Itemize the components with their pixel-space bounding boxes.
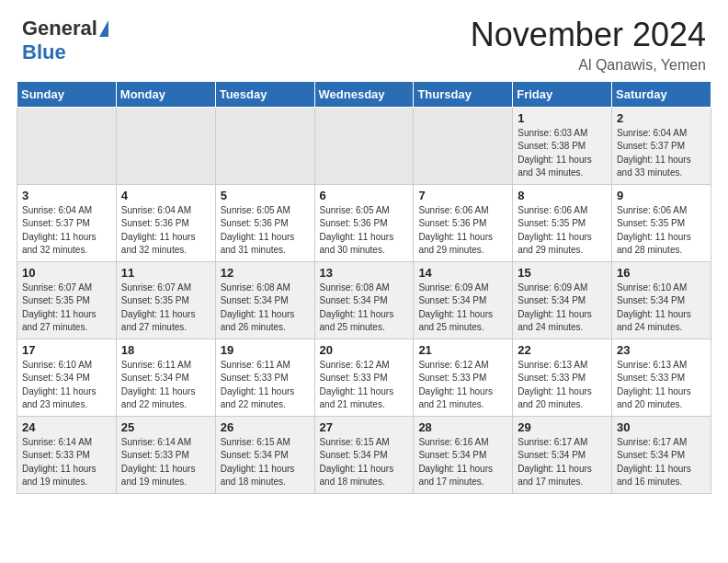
day-number: 13 <box>320 266 409 280</box>
day-info: Sunrise: 6:09 AM Sunset: 5:34 PM Dayligh… <box>518 282 607 335</box>
day-info: Sunrise: 6:16 AM Sunset: 5:34 PM Dayligh… <box>418 436 507 489</box>
day-number: 1 <box>518 111 607 125</box>
calendar-cell: 1Sunrise: 6:03 AM Sunset: 5:38 PM Daylig… <box>513 107 612 184</box>
day-number: 27 <box>320 420 409 434</box>
title-block: November 2024 Al Qanawis, Yemen <box>471 17 706 74</box>
day-number: 5 <box>221 189 310 202</box>
day-number: 18 <box>121 343 210 357</box>
calendar-cell: 14Sunrise: 6:09 AM Sunset: 5:34 PM Dayli… <box>414 261 513 339</box>
day-number: 22 <box>518 343 607 357</box>
day-info: Sunrise: 6:10 AM Sunset: 5:34 PM Dayligh… <box>22 359 111 412</box>
weekday-header: Saturday <box>612 81 711 107</box>
day-number: 10 <box>22 266 111 280</box>
logo-general: General <box>22 17 97 40</box>
calendar-table: SundayMondayTuesdayWednesdayThursdayFrid… <box>17 81 711 494</box>
day-info: Sunrise: 6:12 AM Sunset: 5:33 PM Dayligh… <box>320 359 409 412</box>
day-number: 20 <box>320 343 409 357</box>
day-number: 16 <box>617 266 706 280</box>
day-number: 4 <box>121 189 210 202</box>
day-number: 28 <box>418 420 507 434</box>
calendar-cell: 28Sunrise: 6:16 AM Sunset: 5:34 PM Dayli… <box>414 416 513 493</box>
calendar-cell: 8Sunrise: 6:06 AM Sunset: 5:35 PM Daylig… <box>513 184 612 261</box>
day-info: Sunrise: 6:07 AM Sunset: 5:35 PM Dayligh… <box>22 282 111 335</box>
calendar-cell: 13Sunrise: 6:08 AM Sunset: 5:34 PM Dayli… <box>314 261 414 339</box>
calendar-cell: 11Sunrise: 6:07 AM Sunset: 5:35 PM Dayli… <box>116 261 215 339</box>
calendar-cell: 22Sunrise: 6:13 AM Sunset: 5:33 PM Dayli… <box>513 339 612 416</box>
day-info: Sunrise: 6:08 AM Sunset: 5:34 PM Dayligh… <box>221 282 310 335</box>
weekday-header: Monday <box>116 81 215 107</box>
calendar-cell <box>116 107 215 184</box>
calendar-cell: 24Sunrise: 6:14 AM Sunset: 5:33 PM Dayli… <box>17 416 117 493</box>
calendar-cell: 20Sunrise: 6:12 AM Sunset: 5:33 PM Dayli… <box>314 339 414 416</box>
day-number: 8 <box>518 189 607 202</box>
day-info: Sunrise: 6:04 AM Sunset: 5:37 PM Dayligh… <box>617 127 706 180</box>
day-info: Sunrise: 6:05 AM Sunset: 5:36 PM Dayligh… <box>320 204 409 258</box>
day-info: Sunrise: 6:10 AM Sunset: 5:34 PM Dayligh… <box>617 282 706 335</box>
calendar-cell: 9Sunrise: 6:06 AM Sunset: 5:35 PM Daylig… <box>612 184 711 261</box>
day-number: 26 <box>221 420 310 434</box>
calendar-cell <box>17 107 117 184</box>
day-number: 21 <box>418 343 507 357</box>
calendar-cell <box>314 107 414 184</box>
day-number: 15 <box>518 266 607 280</box>
day-number: 25 <box>121 420 210 434</box>
calendar-cell: 25Sunrise: 6:14 AM Sunset: 5:33 PM Dayli… <box>116 416 215 493</box>
page-header: General Blue November 2024 Al Qanawis, Y… <box>0 0 728 81</box>
day-info: Sunrise: 6:13 AM Sunset: 5:33 PM Dayligh… <box>617 359 706 412</box>
calendar-cell: 17Sunrise: 6:10 AM Sunset: 5:34 PM Dayli… <box>17 339 117 416</box>
month-title: November 2024 <box>471 17 706 53</box>
day-info: Sunrise: 6:14 AM Sunset: 5:33 PM Dayligh… <box>121 436 210 489</box>
weekday-header: Friday <box>513 81 612 107</box>
location: Al Qanawis, Yemen <box>471 57 706 74</box>
day-number: 23 <box>617 343 706 357</box>
calendar-cell: 21Sunrise: 6:12 AM Sunset: 5:33 PM Dayli… <box>414 339 513 416</box>
calendar-cell: 26Sunrise: 6:15 AM Sunset: 5:34 PM Dayli… <box>215 416 314 493</box>
calendar-cell <box>215 107 314 184</box>
day-info: Sunrise: 6:17 AM Sunset: 5:34 PM Dayligh… <box>617 436 706 489</box>
day-number: 30 <box>617 420 706 434</box>
calendar-cell: 7Sunrise: 6:06 AM Sunset: 5:36 PM Daylig… <box>414 184 513 261</box>
calendar-cell: 19Sunrise: 6:11 AM Sunset: 5:33 PM Dayli… <box>215 339 314 416</box>
day-number: 14 <box>418 266 507 280</box>
day-info: Sunrise: 6:06 AM Sunset: 5:35 PM Dayligh… <box>617 204 706 258</box>
logo: General Blue <box>22 17 108 64</box>
day-info: Sunrise: 6:06 AM Sunset: 5:35 PM Dayligh… <box>518 204 607 258</box>
day-info: Sunrise: 6:14 AM Sunset: 5:33 PM Dayligh… <box>22 436 111 489</box>
day-info: Sunrise: 6:09 AM Sunset: 5:34 PM Dayligh… <box>418 282 507 335</box>
day-number: 17 <box>22 343 111 357</box>
day-info: Sunrise: 6:11 AM Sunset: 5:33 PM Dayligh… <box>221 359 310 412</box>
calendar-cell: 10Sunrise: 6:07 AM Sunset: 5:35 PM Dayli… <box>17 261 117 339</box>
day-number: 6 <box>320 189 409 202</box>
weekday-header: Tuesday <box>215 81 314 107</box>
calendar-cell: 27Sunrise: 6:15 AM Sunset: 5:34 PM Dayli… <box>314 416 414 493</box>
day-number: 7 <box>418 189 507 202</box>
calendar-cell: 23Sunrise: 6:13 AM Sunset: 5:33 PM Dayli… <box>612 339 711 416</box>
calendar-cell <box>414 107 513 184</box>
day-info: Sunrise: 6:13 AM Sunset: 5:33 PM Dayligh… <box>518 359 607 412</box>
calendar-cell: 6Sunrise: 6:05 AM Sunset: 5:36 PM Daylig… <box>314 184 414 261</box>
day-number: 3 <box>22 189 111 202</box>
day-info: Sunrise: 6:12 AM Sunset: 5:33 PM Dayligh… <box>418 359 507 412</box>
logo-icon <box>99 20 108 37</box>
day-info: Sunrise: 6:04 AM Sunset: 5:37 PM Dayligh… <box>22 204 111 258</box>
day-number: 11 <box>121 266 210 280</box>
day-number: 2 <box>617 111 706 125</box>
day-info: Sunrise: 6:04 AM Sunset: 5:36 PM Dayligh… <box>121 204 210 258</box>
day-info: Sunrise: 6:08 AM Sunset: 5:34 PM Dayligh… <box>320 282 409 335</box>
day-info: Sunrise: 6:17 AM Sunset: 5:34 PM Dayligh… <box>518 436 607 489</box>
day-info: Sunrise: 6:11 AM Sunset: 5:34 PM Dayligh… <box>121 359 210 412</box>
calendar-cell: 2Sunrise: 6:04 AM Sunset: 5:37 PM Daylig… <box>612 107 711 184</box>
calendar-cell: 16Sunrise: 6:10 AM Sunset: 5:34 PM Dayli… <box>612 261 711 339</box>
day-info: Sunrise: 6:06 AM Sunset: 5:36 PM Dayligh… <box>418 204 507 258</box>
day-info: Sunrise: 6:15 AM Sunset: 5:34 PM Dayligh… <box>320 436 409 489</box>
day-info: Sunrise: 6:03 AM Sunset: 5:38 PM Dayligh… <box>518 127 607 180</box>
day-number: 29 <box>518 420 607 434</box>
calendar-cell: 18Sunrise: 6:11 AM Sunset: 5:34 PM Dayli… <box>116 339 215 416</box>
calendar-cell: 29Sunrise: 6:17 AM Sunset: 5:34 PM Dayli… <box>513 416 612 493</box>
calendar-cell: 15Sunrise: 6:09 AM Sunset: 5:34 PM Dayli… <box>513 261 612 339</box>
weekday-header: Wednesday <box>314 81 414 107</box>
calendar-cell: 4Sunrise: 6:04 AM Sunset: 5:36 PM Daylig… <box>116 184 215 261</box>
weekday-header: Thursday <box>414 81 513 107</box>
day-info: Sunrise: 6:05 AM Sunset: 5:36 PM Dayligh… <box>221 204 310 258</box>
day-number: 24 <box>22 420 111 434</box>
